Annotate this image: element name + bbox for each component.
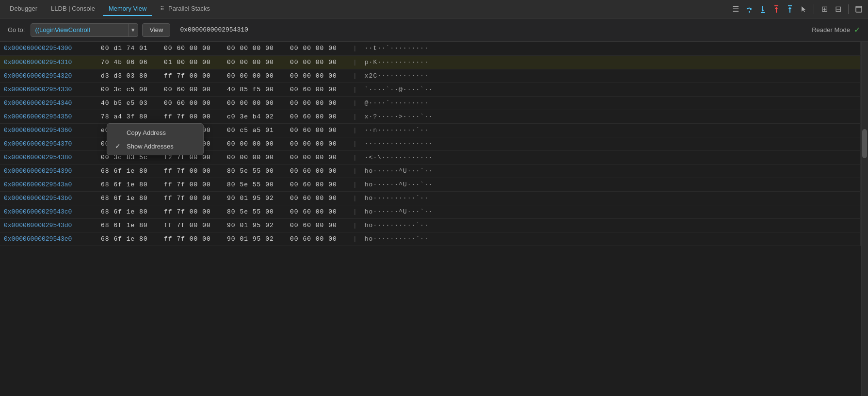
toolbar-divider: [814, 4, 814, 14]
show-addresses-check: ✓: [115, 142, 122, 150]
hex-group-3: 00 c5 a5 01: [223, 123, 286, 137]
hex-group-3: 00 00 00 00: [223, 150, 286, 164]
hex-group-4: 00 60 00 00: [286, 82, 349, 96]
tab-memory-view[interactable]: Memory View: [103, 2, 153, 16]
address-cell: 0x0000600002954380: [0, 150, 97, 164]
hex-group-3: 90 01 95 02: [223, 232, 286, 246]
address-cell: 0x00006000029543a0: [0, 178, 97, 191]
tab-debugger[interactable]: Debugger: [4, 2, 43, 16]
table-row[interactable]: 0x0000600002954310 70 4b 06 06 01 00 00 …: [0, 55, 868, 69]
ascii-divider: |: [349, 150, 361, 164]
goto-dropdown-button[interactable]: ▾: [128, 24, 138, 36]
hex-group-1: 40 b5 e5 03: [97, 96, 160, 110]
table-row[interactable]: 0x00006000029543d0 68 6f 1e 80 ff 7f 00 …: [0, 218, 868, 232]
ascii-cell: @····`·········: [361, 96, 860, 110]
copy-address-check: [115, 129, 122, 136]
address-cell: 0x00006000029543e0: [0, 232, 97, 246]
toolbar-step-out-icon[interactable]: [771, 4, 782, 15]
table-row[interactable]: 0x00006000029543c0 68 6f 1e 80 ff 7f 00 …: [0, 205, 868, 218]
table-row[interactable]: 0x0000600002954330 00 3c c5 00 00 60 00 …: [0, 82, 868, 96]
address-cell: 0x0000600002954390: [0, 164, 97, 178]
address-cell: 0x0000600002954370: [0, 137, 97, 150]
reader-mode-check-icon[interactable]: ✓: [854, 25, 860, 34]
ascii-cell: ho··········`··: [361, 191, 860, 205]
context-menu-show-addresses[interactable]: ✓ Show Addresses: [107, 139, 203, 153]
scrollbar-track[interactable]: [861, 42, 868, 396]
ascii-cell: ··t··`·········: [361, 42, 860, 55]
hex-group-1: 70 4b 06 06: [97, 55, 160, 69]
hex-group-4: 00 60 00 00: [286, 191, 349, 205]
ascii-cell: ··n·········`··: [361, 123, 860, 137]
ascii-cell: ho··········`··: [361, 232, 860, 246]
table-row[interactable]: 0x0000600002954340 40 b5 e5 03 00 60 00 …: [0, 96, 868, 110]
hex-group-2: ff 7f 00 00: [160, 110, 223, 123]
goto-input[interactable]: [31, 26, 128, 33]
table-row[interactable]: 0x0000600002954320 d3 d3 03 80 ff 7f 00 …: [0, 69, 868, 82]
table-row[interactable]: 0x0000600002954350 78 a4 3f 80 ff 7f 00 …: [0, 110, 868, 123]
ascii-divider: |: [349, 178, 361, 191]
goto-view-button[interactable]: View: [142, 23, 170, 37]
address-cell: 0x0000600002954340: [0, 96, 97, 110]
hex-group-3: 80 5e 55 00: [223, 164, 286, 178]
hex-group-3: 00 00 00 00: [223, 96, 286, 110]
hex-group-1: 78 a4 3f 80: [97, 110, 160, 123]
ascii-divider: |: [349, 137, 361, 150]
ascii-divider: |: [349, 205, 361, 218]
hex-group-3: 00 00 00 00: [223, 69, 286, 82]
hex-group-2: ff 7f 00 00: [160, 69, 223, 82]
table-row[interactable]: 0x0000600002954390 68 6f 1e 80 ff 7f 00 …: [0, 164, 868, 178]
toolbar-list-view-icon[interactable]: ⊟: [833, 4, 843, 15]
ascii-divider: |: [349, 232, 361, 246]
toolbar-menu-icon[interactable]: ☰: [730, 4, 741, 15]
toolbar-cursor-icon[interactable]: [798, 4, 809, 15]
scrollbar-thumb[interactable]: [862, 129, 867, 158]
tab-parallel-stacks[interactable]: ⠿ ⠿ Parallel StacksParallel Stacks: [154, 2, 216, 16]
hex-group-4: 00 00 00 00: [286, 42, 349, 55]
ascii-divider: |: [349, 123, 361, 137]
table-row[interactable]: 0x0000600002954300 00 d1 74 01 00 60 00 …: [0, 42, 868, 55]
reader-mode-section: Reader Mode ✓: [812, 25, 860, 34]
hex-group-2: ff 7f 00 00: [160, 164, 223, 178]
hex-group-1: 00 3c c5 00: [97, 82, 160, 96]
ascii-cell: ho······^U···`··: [361, 164, 860, 178]
toolbar-grid-view-icon[interactable]: ⊞: [819, 4, 830, 15]
hex-group-4: 00 00 00 00: [286, 69, 349, 82]
hex-group-2: 00 60 00 00: [160, 42, 223, 55]
table-row[interactable]: 0x00006000029543a0 68 6f 1e 80 ff 7f 00 …: [0, 178, 868, 191]
ascii-divider: |: [349, 110, 361, 123]
ascii-cell: ·<·\············: [361, 150, 860, 164]
goto-bar: Go to: ▾ View 0x0000600002954310 Reader …: [0, 18, 868, 42]
context-menu-copy-address[interactable]: Copy Address: [107, 126, 203, 139]
tab-bar: Debugger LLDB | Console Memory View ⠿ ⠿ …: [0, 0, 868, 18]
tab-lldb-console[interactable]: LLDB | Console: [45, 2, 101, 16]
ascii-cell: ho······^U···`··: [361, 205, 860, 218]
toolbar-step-into-icon[interactable]: [757, 4, 768, 15]
table-row[interactable]: 0x00006000029543b0 68 6f 1e 80 ff 7f 00 …: [0, 191, 868, 205]
hex-group-3: 00 00 00 00: [223, 42, 286, 55]
hex-group-3: 80 5e 55 00: [223, 178, 286, 191]
hex-group-4: 00 60 00 00: [286, 232, 349, 246]
svg-marker-3: [761, 10, 764, 12]
hex-group-1: 68 6f 1e 80: [97, 178, 160, 191]
ascii-cell: ho··········`··: [361, 218, 860, 232]
toolbar-continue-icon[interactable]: [785, 4, 795, 15]
table-row[interactable]: 0x00006000029543e0 68 6f 1e 80 ff 7f 00 …: [0, 232, 868, 246]
hex-group-2: ff 7f 00 00: [160, 205, 223, 218]
hex-group-4: 00 60 00 00: [286, 164, 349, 178]
ascii-divider: |: [349, 82, 361, 96]
hex-group-4: 00 60 00 00: [286, 205, 349, 218]
toolbar-step-over-icon[interactable]: [744, 4, 755, 15]
hex-group-1: 68 6f 1e 80: [97, 232, 160, 246]
ascii-divider: |: [349, 191, 361, 205]
address-cell: 0x00006000029543d0: [0, 218, 97, 232]
ascii-divider: |: [349, 55, 361, 69]
hex-group-1: d3 d3 03 80: [97, 69, 160, 82]
address-cell: 0x0000600002954320: [0, 69, 97, 82]
address-cell: 0x0000600002954310: [0, 55, 97, 69]
hex-group-2: 00 60 00 00: [160, 96, 223, 110]
hex-group-3: 00 00 00 00: [223, 137, 286, 150]
memory-table-wrapper: 0x0000600002954300 00 d1 74 01 00 60 00 …: [0, 42, 868, 396]
hex-group-3: c0 3e b4 02: [223, 110, 286, 123]
hex-group-1: 00 d1 74 01: [97, 42, 160, 55]
toolbar-maximize-icon[interactable]: [853, 4, 864, 15]
